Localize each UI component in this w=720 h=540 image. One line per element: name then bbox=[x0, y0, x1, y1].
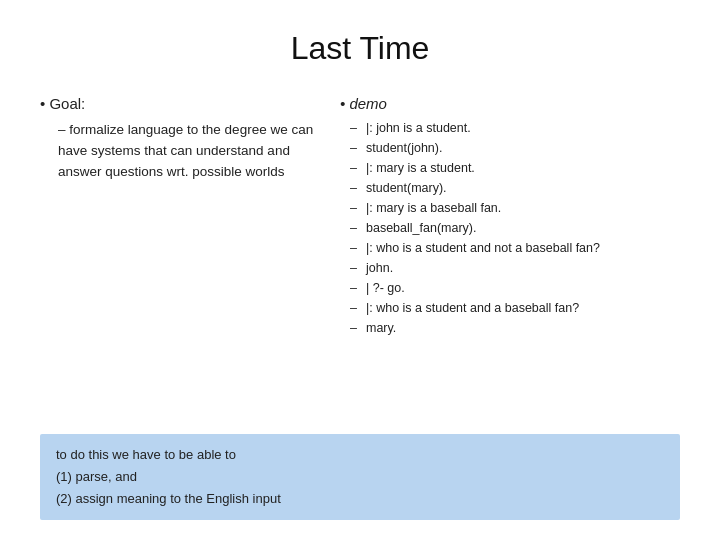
demo-heading: • demo bbox=[340, 95, 680, 112]
demo-item-text: | ?- go. bbox=[366, 278, 405, 298]
demo-item-text: |: who is a student and not a baseball f… bbox=[366, 238, 600, 258]
demo-item-text: mary. bbox=[366, 318, 396, 338]
demo-item-text: john. bbox=[366, 258, 393, 278]
demo-list-item: –|: mary is a baseball fan. bbox=[350, 198, 680, 218]
demo-list-item: –student(mary). bbox=[350, 178, 680, 198]
demo-list-item: –|: john is a student. bbox=[350, 118, 680, 138]
demo-item-text: student(mary). bbox=[366, 178, 447, 198]
demo-item-text: baseball_fan(mary). bbox=[366, 218, 476, 238]
dash-symbol: – bbox=[350, 298, 360, 318]
goal-heading: • Goal: bbox=[40, 95, 320, 112]
demo-list-item: –|: who is a student and a baseball fan? bbox=[350, 298, 680, 318]
demo-list-item: –mary. bbox=[350, 318, 680, 338]
demo-item-text: |: who is a student and a baseball fan? bbox=[366, 298, 579, 318]
demo-list: –|: john is a student.–student(john).–|:… bbox=[340, 118, 680, 338]
demo-item-text: |: mary is a baseball fan. bbox=[366, 198, 501, 218]
demo-list-item: –john. bbox=[350, 258, 680, 278]
goal-description: – formalize language to the degree we ca… bbox=[40, 120, 320, 183]
dash-symbol: – bbox=[350, 258, 360, 278]
slide-title: Last Time bbox=[40, 30, 680, 67]
demo-list-item: –|: who is a student and not a baseball … bbox=[350, 238, 680, 258]
dash-symbol: – bbox=[350, 118, 360, 138]
demo-list-item: –|: mary is a student. bbox=[350, 158, 680, 178]
dash-symbol: – bbox=[350, 138, 360, 158]
dash-symbol: – bbox=[350, 198, 360, 218]
dash-symbol: – bbox=[350, 158, 360, 178]
demo-item-text: student(john). bbox=[366, 138, 442, 158]
left-column: • Goal: – formalize language to the degr… bbox=[40, 95, 320, 420]
dash-symbol: – bbox=[350, 178, 360, 198]
right-column: • demo –|: john is a student.–student(jo… bbox=[340, 95, 680, 420]
dash-symbol: – bbox=[350, 318, 360, 338]
demo-item-text: |: mary is a student. bbox=[366, 158, 475, 178]
dash-symbol: – bbox=[350, 218, 360, 238]
dash-symbol: – bbox=[350, 238, 360, 258]
demo-list-item: –| ?- go. bbox=[350, 278, 680, 298]
bottom-line-3: (2) assign meaning to the English input bbox=[56, 488, 664, 510]
content-row: • Goal: – formalize language to the degr… bbox=[40, 95, 680, 420]
bottom-note-box: to do this we have to be able to (1) par… bbox=[40, 434, 680, 520]
dash-symbol: – bbox=[350, 278, 360, 298]
bottom-line-2: (1) parse, and bbox=[56, 466, 664, 488]
slide: Last Time • Goal: – formalize language t… bbox=[0, 0, 720, 540]
bottom-line-1: to do this we have to be able to bbox=[56, 444, 664, 466]
demo-item-text: |: john is a student. bbox=[366, 118, 471, 138]
demo-list-item: –student(john). bbox=[350, 138, 680, 158]
demo-list-item: –baseball_fan(mary). bbox=[350, 218, 680, 238]
